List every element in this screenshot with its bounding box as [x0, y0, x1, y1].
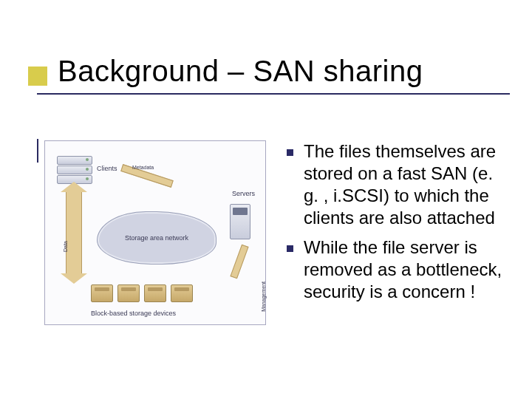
slide-title: Background – SAN sharing — [58, 55, 423, 88]
bullet-list: The files themselves are stored on a fas… — [266, 140, 502, 377]
title-area: Background – SAN sharing — [0, 59, 532, 111]
client-rack-icon — [57, 156, 92, 165]
san-diagram: Clients Data Metadata Storage area netwo… — [44, 140, 266, 325]
clients-label: Clients — [97, 165, 117, 172]
storage-label: Block-based storage devices — [91, 310, 176, 317]
bullet-text: The files themselves are stored on a fas… — [304, 140, 502, 229]
servers-label: Servers — [232, 190, 255, 197]
bullet-square-icon — [287, 245, 293, 252]
data-arrow-icon — [66, 191, 82, 274]
data-label: Data — [63, 241, 68, 252]
storage-box-icon — [144, 284, 166, 302]
storage-box-icon — [117, 284, 140, 302]
san-cloud-icon: Storage area network — [97, 211, 216, 265]
accent-square — [28, 66, 47, 86]
bullet-item: The files themselves are stored on a fas… — [287, 140, 502, 229]
bullet-text: While the file server is removed as a bo… — [304, 236, 502, 303]
slide: Background – SAN sharing Clients Data Me… — [0, 0, 532, 399]
title-underline — [37, 93, 510, 95]
cloud-label: Storage area network — [125, 234, 188, 242]
storage-box-icon — [91, 284, 113, 302]
bullet-square-icon — [287, 149, 293, 156]
bullet-item: While the file server is removed as a bo… — [287, 236, 502, 303]
server-icon — [230, 204, 250, 239]
content-area: Clients Data Metadata Storage area netwo… — [44, 140, 502, 377]
metadata-label: Metadata — [132, 165, 154, 170]
management-label: Management — [261, 282, 266, 312]
storage-box-icon — [171, 284, 193, 302]
management-arrow-icon — [230, 245, 248, 279]
title-tick — [37, 139, 38, 163]
client-rack-icon — [57, 166, 92, 174]
